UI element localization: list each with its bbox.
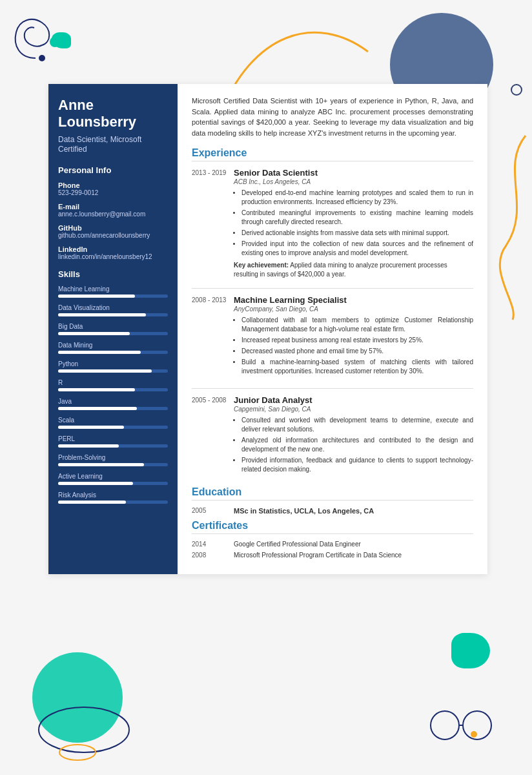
skill-name: Data Visualization	[58, 304, 168, 311]
exp-bullets: Consulted and worked with development te…	[234, 416, 473, 474]
skill-item: Python	[58, 360, 168, 373]
summary-text: Microsoft Certified Data Scientist with …	[192, 96, 473, 138]
exp-title: Machine Learning Specialist	[234, 295, 473, 305]
bullet-item: Increased repeat business among real est…	[241, 336, 473, 345]
skill-name: Risk Analysis	[58, 491, 168, 499]
education-item: 2005 MSc in Statistics, UCLA, Los Angele…	[192, 507, 473, 515]
skills-heading: Skills	[58, 269, 168, 279]
experience-divider	[192, 288, 473, 289]
key-achievement: Key achievement: Applied data mining to …	[234, 261, 473, 279]
github-label: GitHub	[58, 224, 168, 232]
experience-list: 2013 - 2019 Senior Data Scientist ACB In…	[192, 168, 473, 477]
exp-details: Junior Data Analyst Capgemini, San Diego…	[234, 395, 473, 477]
personal-info-heading: Personal Info	[58, 165, 168, 175]
bullet-item: Collaborated with all team members to op…	[241, 316, 473, 334]
skill-bar-background	[58, 369, 168, 373]
experience-item: 2005 - 2008 Junior Data Analyst Capgemin…	[192, 395, 473, 477]
exp-details: Machine Learning Specialist AnyCompany, …	[234, 295, 473, 379]
exp-company: AnyCompany, San Diego, CA	[234, 305, 473, 313]
skill-bar-fill	[58, 351, 141, 354]
cert-year: 2014	[192, 541, 227, 548]
skill-name: Active Learning	[58, 473, 168, 480]
experience-heading: Experience	[192, 147, 473, 161]
cert-year: 2008	[192, 552, 227, 559]
skills-list: Machine Learning Data Visualization Big …	[58, 285, 168, 504]
skill-bar-fill	[58, 463, 144, 466]
skill-bar-fill	[58, 369, 152, 373]
exp-company: Capgemini, San Diego, CA	[234, 406, 473, 413]
skill-item: R	[58, 379, 168, 391]
skill-bar-fill	[58, 294, 135, 298]
exp-bullets: Collaborated with all team members to op…	[234, 316, 473, 376]
sidebar: Anne Lounsberry Data Scientist, Microsof…	[48, 84, 178, 574]
small-ring-decoration	[511, 84, 522, 96]
phone-value: 523-299-0012	[58, 189, 168, 196]
skill-bar-fill	[58, 313, 146, 316]
bullet-item: Provided information, feedback and guida…	[241, 456, 473, 474]
skill-bar-fill	[58, 407, 137, 410]
green-blob-right-decoration	[451, 633, 490, 668]
skill-name: Java	[58, 398, 168, 405]
skill-name: Machine Learning	[58, 285, 168, 293]
skill-name: Scala	[58, 417, 168, 424]
skill-bar-fill	[58, 332, 130, 335]
skill-item: Data Visualization	[58, 304, 168, 316]
github-value: github.com/annecarollounsberry	[58, 232, 168, 239]
skill-item: Machine Learning	[58, 285, 168, 298]
bullet-item: Consulted and worked with development te…	[241, 416, 473, 434]
orange-oval-decoration	[58, 743, 97, 762]
exp-dates: 2008 - 2013	[192, 295, 227, 379]
skill-bar-fill	[58, 388, 135, 391]
exp-company: ACB Inc., Los Angeles, CA	[234, 178, 473, 185]
skill-item: Active Learning	[58, 473, 168, 485]
experience-divider	[192, 388, 473, 389]
skill-bar-fill	[58, 426, 124, 429]
skill-bar-background	[58, 332, 168, 335]
skill-item: Risk Analysis	[58, 491, 168, 504]
cert-item: 2014 Google Certified Professional Data …	[192, 541, 473, 548]
main-content: Microsoft Certified Data Scientist with …	[178, 84, 487, 574]
skill-name: Problem-Solving	[58, 454, 168, 461]
phone-label: Phone	[58, 181, 168, 189]
skill-bar-background	[58, 407, 168, 410]
skill-bar-background	[58, 426, 168, 429]
skill-item: PERL	[58, 435, 168, 448]
person-title: Data Scientist, Microsoft Certified	[58, 135, 168, 155]
certificates-list: 2014 Google Certified Professional Data …	[192, 541, 473, 559]
exp-dates: 2013 - 2019	[192, 168, 227, 279]
svg-point-5	[463, 711, 491, 739]
skill-name: Python	[58, 360, 168, 367]
cert-item: 2008 Microsoft Professional Program Cert…	[192, 552, 473, 559]
bullet-item: Provided input into the collection of ne…	[241, 240, 473, 258]
experience-item: 2013 - 2019 Senior Data Scientist ACB In…	[192, 168, 473, 279]
bullet-item: Decreased wasted phone and email time by…	[241, 347, 473, 356]
skill-bar-background	[58, 388, 168, 391]
skill-item: Data Mining	[58, 342, 168, 354]
skill-item: Scala	[58, 417, 168, 429]
email-label: E-mail	[58, 203, 168, 211]
bottom-right-decoration	[425, 707, 496, 743]
svg-point-7	[471, 731, 477, 738]
cert-detail: Google Certified Professional Data Engin…	[234, 541, 361, 548]
education-list: 2005 MSc in Statistics, UCLA, Los Angele…	[192, 507, 473, 515]
exp-title: Senior Data Scientist	[234, 168, 473, 178]
email-info: E-mail anne.c.lounsberry@gmail.com	[58, 203, 168, 218]
email-value: anne.c.lounsberry@gmail.com	[58, 211, 168, 218]
edu-detail: MSc in Statistics, UCLA, Los Angeles, CA	[234, 507, 374, 515]
skill-bar-background	[58, 294, 168, 298]
skill-name: Big Data	[58, 323, 168, 330]
cert-detail: Microsoft Professional Program Certifica…	[234, 552, 402, 559]
skill-bar-background	[58, 463, 168, 466]
skill-item: Java	[58, 398, 168, 410]
resume-container: Anne Lounsberry Data Scientist, Microsof…	[48, 84, 487, 574]
linkedin-info: LinkedIn linkedin.com/in/annelounsbery12	[58, 245, 168, 260]
experience-item: 2008 - 2013 Machine Learning Specialist …	[192, 295, 473, 379]
linkedin-label: LinkedIn	[58, 245, 168, 253]
svg-point-3	[59, 745, 96, 760]
right-wave-decoration	[480, 129, 532, 323]
skill-bar-background	[58, 501, 168, 504]
skill-name: R	[58, 379, 168, 386]
skill-item: Big Data	[58, 323, 168, 335]
edu-year: 2005	[192, 507, 227, 515]
bullet-item: Derived actionable insights from massive…	[241, 229, 473, 238]
